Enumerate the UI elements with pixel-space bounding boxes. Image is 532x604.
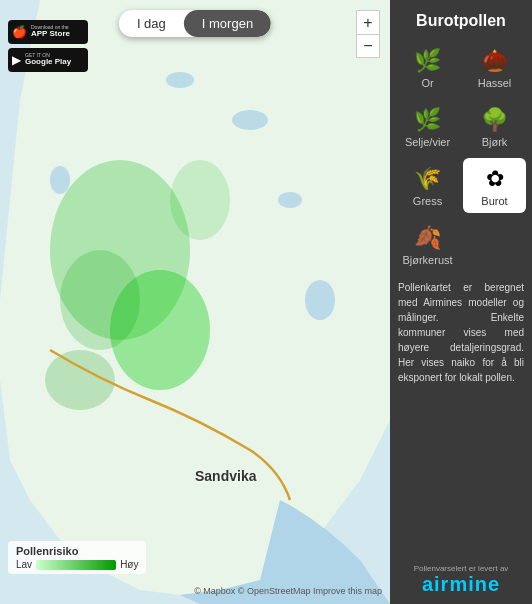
play-icon: ▶ [12, 53, 21, 67]
bjorkerust-label: Bjørkerust [402, 254, 452, 266]
bjorkerust-icon: 🍂 [414, 225, 441, 251]
svg-point-8 [278, 192, 302, 208]
legend: Pollenrisiko Lav Høy [8, 541, 146, 574]
right-panel: Burotpollen 🌿Or🌰Hassel🌿Selje/vier🌳Bjørk🌾… [390, 0, 532, 604]
legend-high: Høy [120, 559, 138, 570]
map-attribution: © Mapbox © OpenStreetMap Improve this ma… [194, 586, 382, 596]
burot-label: Burot [481, 195, 507, 207]
tab-today[interactable]: I dag [119, 10, 184, 37]
tab-tomorrow[interactable]: I morgen [184, 10, 271, 37]
pollen-item-bjork[interactable]: 🌳Bjørk [463, 99, 526, 154]
legend-title: Pollenrisiko [16, 545, 138, 557]
svg-point-9 [305, 280, 335, 320]
svg-point-7 [232, 110, 268, 130]
pollen-item-burot[interactable]: ✿Burot [463, 158, 526, 213]
zoom-controls: + − [356, 10, 380, 58]
selje-icon: 🌿 [414, 107, 441, 133]
gress-label: Gress [413, 195, 442, 207]
legend-gradient [36, 560, 116, 570]
map-svg [0, 0, 390, 604]
legend-bar: Lav Høy [16, 559, 138, 570]
googleplay-text: GET IT ON Google Play [25, 53, 71, 67]
store-buttons: 🍎 Download on the APP Store ▶ GET IT ON … [8, 20, 88, 72]
panel-title: Burotpollen [390, 0, 532, 40]
apple-icon: 🍎 [12, 25, 27, 39]
hassel-icon: 🌰 [481, 48, 508, 74]
place-label: Sandvika [195, 468, 256, 484]
svg-point-11 [166, 72, 194, 88]
svg-point-5 [170, 160, 230, 240]
time-tab-bar[interactable]: I dag I morgen [119, 10, 271, 37]
appstore-text: Download on the APP Store [31, 25, 70, 39]
hassel-label: Hassel [478, 77, 512, 89]
pollen-item-or[interactable]: 🌿Or [396, 40, 459, 95]
logo-name: airmine [398, 573, 524, 596]
pollen-grid: 🌿Or🌰Hassel🌿Selje/vier🌳Bjørk🌾Gress✿Burot🍂… [390, 40, 532, 272]
legend-low: Lav [16, 559, 32, 570]
or-icon: 🌿 [414, 48, 441, 74]
selje-label: Selje/vier [405, 136, 450, 148]
googleplay-button[interactable]: ▶ GET IT ON Google Play [8, 48, 88, 72]
zoom-out-button[interactable]: − [356, 34, 380, 58]
logo-sub: Pollenvarselert er levert av [398, 564, 524, 573]
map-container: I dag I morgen + − 🍎 Download on the APP… [0, 0, 390, 604]
or-label: Or [421, 77, 433, 89]
pollen-item-hassel[interactable]: 🌰Hassel [463, 40, 526, 95]
bjork-label: Bjørk [482, 136, 508, 148]
burot-icon: ✿ [486, 166, 504, 192]
gress-icon: 🌾 [414, 166, 441, 192]
info-text: Pollenkartet er beregnet med Airmines mo… [390, 272, 532, 554]
zoom-in-button[interactable]: + [356, 10, 380, 34]
googleplay-name: Google Play [25, 58, 71, 67]
airmine-logo: Pollenvarselert er levert av airmine [390, 554, 532, 604]
pollen-item-bjorkerust[interactable]: 🍂Bjørkerust [396, 217, 459, 272]
appstore-button[interactable]: 🍎 Download on the APP Store [8, 20, 88, 44]
pollen-item-selje[interactable]: 🌿Selje/vier [396, 99, 459, 154]
appstore-name: APP Store [31, 30, 70, 39]
svg-point-4 [60, 250, 140, 350]
pollen-item-gress[interactable]: 🌾Gress [396, 158, 459, 213]
svg-point-10 [50, 166, 70, 194]
bjork-icon: 🌳 [481, 107, 508, 133]
